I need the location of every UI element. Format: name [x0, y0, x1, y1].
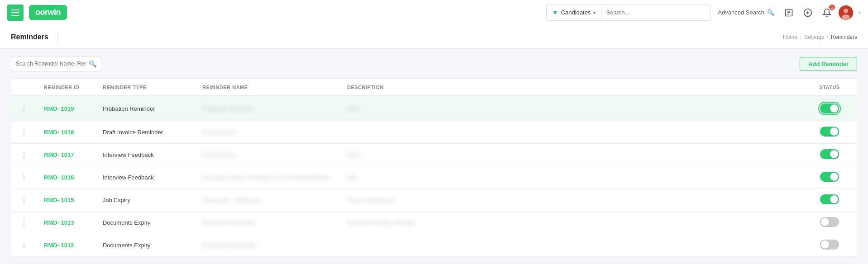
status-toggle[interactable] — [820, 149, 839, 159]
toggle-slider — [820, 127, 839, 137]
breadcrumb-sep-1: / — [800, 34, 801, 40]
main-search-input[interactable] — [606, 9, 706, 16]
row-context-menu-button[interactable]: ⋮ — [19, 127, 29, 137]
add-button[interactable] — [801, 5, 815, 20]
reminder-id-link[interactable]: RMD- 1016 — [44, 174, 74, 181]
reminder-type-cell: Interview Feedback — [95, 144, 195, 166]
search-icon: 🔍 — [767, 9, 774, 16]
table-row: ⋮RMD- 1013Documents ExpiryDocument Remin… — [11, 212, 857, 234]
reminder-name-cell: Probation reminder — [202, 105, 253, 112]
table-header-row: REMINDER ID REMINDER TYPE REMINDER NAME … — [11, 79, 857, 96]
table-row: ⋮RMD- 1012Documents ExpiryDocument Remin… — [11, 234, 857, 257]
breadcrumb: Home / Settings / Reminders — [783, 34, 857, 40]
breadcrumb-sep-2: / — [827, 34, 828, 40]
reminder-id-link[interactable]: RMD- 1012 — [44, 242, 74, 249]
col-name: REMINDER NAME — [195, 79, 340, 96]
reminder-name-cell: Job Expiry - JobExpiry — [202, 197, 261, 203]
status-toggle[interactable] — [820, 217, 839, 227]
logo: oorwin — [29, 5, 67, 20]
search-area: ▼ Candidates ▾ Advanced Search 🔍 — [546, 5, 774, 21]
sub-header: Reminders Home / Settings / Reminders — [0, 25, 868, 49]
row-context-menu-button[interactable]: ⋮ — [19, 104, 29, 114]
reminder-name-cell: Document Reminder — [202, 219, 256, 226]
toggle-slider — [820, 172, 839, 182]
reminder-type-cell: Draft Invoice Reminder — [95, 121, 195, 144]
reminder-description-cell: Interv — [347, 151, 362, 158]
reminder-type-cell: Job Expiry — [95, 189, 195, 212]
row-context-menu-button[interactable]: ⋮ — [19, 150, 29, 160]
reminder-description-cell: desc — [347, 105, 359, 112]
avatar[interactable] — [839, 5, 853, 20]
reminder-id-link[interactable]: RMD- 1015 — [44, 197, 74, 203]
toggle-slider — [820, 149, 839, 159]
col-id: REMINDER ID — [37, 79, 95, 96]
advanced-search-label: Advanced Search — [718, 9, 764, 16]
col-description: DESCRIPTION — [340, 79, 802, 96]
row-context-menu-button[interactable]: ⋮ — [19, 240, 29, 250]
reminders-table-wrap: REMINDER ID REMINDER TYPE REMINDER NAME … — [11, 79, 857, 257]
reminder-search-wrap: 🔍 — [11, 56, 101, 71]
reminder-search-input[interactable] — [16, 61, 86, 67]
breadcrumb-settings[interactable]: Settings — [804, 34, 824, 40]
reminder-name-cell: Interview list — [202, 151, 235, 158]
search-icon: 🔍 — [89, 60, 96, 67]
reminder-name-cell: Draft invoice — [202, 129, 235, 136]
toolbar: 🔍 Add Reminder — [11, 56, 857, 71]
reminder-type-cell: Documents Expiry — [95, 234, 195, 257]
chevron-down-icon: ▾ — [593, 10, 596, 15]
add-reminder-button[interactable]: Add Reminder — [800, 57, 857, 71]
col-type: REMINDER TYPE — [95, 79, 195, 96]
header-actions: 1 ▾ — [782, 5, 861, 20]
table-row: ⋮RMD- 1015Job ExpiryJob Expiry - JobExpi… — [11, 189, 857, 212]
reminder-name-cell: Document Reminder — [202, 242, 256, 249]
reminder-type-cell: Probation Reminder — [95, 96, 195, 121]
reminder-type-cell: Interview Feedback — [95, 166, 195, 189]
main-content: 🔍 Add Reminder REMINDER ID REMINDER TYPE… — [0, 49, 868, 264]
toggle-slider — [820, 240, 839, 250]
reminder-id-link[interactable]: RMD- 1017 — [44, 151, 74, 158]
reminder-id-link[interactable]: RMD- 1013 — [44, 219, 74, 226]
reminder-description-cell — [340, 234, 802, 257]
reminder-type-cell: Documents Expiry — [95, 212, 195, 234]
main-header: oorwin ▼ Candidates ▾ Advanced Search 🔍 — [0, 0, 868, 25]
avatar-image — [839, 5, 853, 20]
filter-dropdown[interactable]: ▼ Candidates ▾ — [546, 5, 601, 21]
page-title: Reminders — [11, 33, 58, 41]
reminder-name-cell: Interview related reminder for interview… — [202, 174, 329, 181]
add-icon — [803, 8, 812, 17]
col-dots — [11, 79, 37, 96]
table-row: ⋮RMD- 1016Interview FeedbackInterview re… — [11, 166, 857, 189]
filter-icon: ▼ — [552, 9, 558, 16]
advanced-search[interactable]: Advanced Search 🔍 — [718, 9, 774, 16]
reminder-description-cell: Document expiry reminder — [347, 219, 416, 226]
notification-badge: 1 — [829, 5, 835, 10]
status-toggle[interactable] — [820, 104, 839, 113]
table-row: ⋮RMD- 1019Probation ReminderProbation re… — [11, 96, 857, 121]
reminder-id-link[interactable]: RMD- 1018 — [44, 129, 74, 136]
breadcrumb-home[interactable]: Home — [783, 34, 797, 40]
svg-point-3 — [844, 9, 848, 13]
documents-button[interactable] — [782, 5, 796, 20]
row-context-menu-button[interactable]: ⋮ — [19, 195, 29, 205]
search-input-wrap — [601, 5, 711, 21]
filter-label: Candidates — [561, 9, 591, 16]
status-toggle[interactable] — [820, 240, 839, 250]
breadcrumb-current: Reminders — [831, 34, 857, 40]
svg-point-4 — [842, 14, 850, 20]
reminder-description-cell: Timely notification — [347, 197, 394, 203]
status-toggle[interactable] — [820, 127, 839, 137]
reminders-table: REMINDER ID REMINDER TYPE REMINDER NAME … — [11, 79, 857, 257]
reminder-id-link[interactable]: RMD- 1019 — [44, 105, 74, 112]
row-context-menu-button[interactable]: ⋮ — [19, 217, 29, 228]
status-toggle[interactable] — [820, 194, 839, 204]
toggle-slider — [820, 104, 839, 113]
reminder-description-cell: feat — [347, 174, 357, 181]
toggle-slider — [820, 217, 839, 227]
row-context-menu-button[interactable]: ⋮ — [19, 172, 29, 183]
table-row: ⋮RMD- 1018Draft Invoice ReminderDraft in… — [11, 121, 857, 144]
documents-icon — [784, 8, 793, 17]
hamburger-button[interactable] — [7, 5, 24, 21]
status-toggle[interactable] — [820, 172, 839, 182]
notifications-wrap: 1 — [820, 5, 834, 20]
reminder-description-cell — [340, 121, 802, 144]
